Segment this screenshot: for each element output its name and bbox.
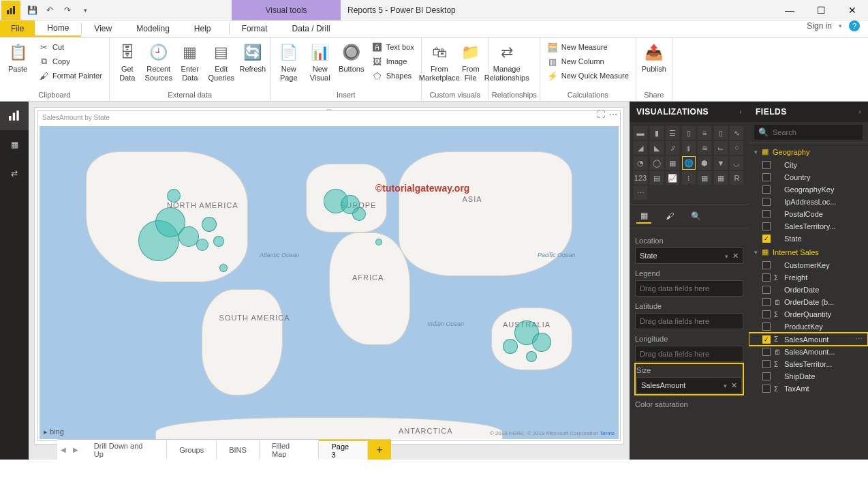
- viz-treemap[interactable]: ▦: [666, 156, 679, 170]
- remove-location-icon[interactable]: ✕: [732, 252, 739, 260]
- paste-button[interactable]: 📋 Paste: [3, 39, 33, 76]
- table-geography[interactable]: ▾▦Geography: [749, 145, 868, 159]
- page-tab-page3[interactable]: Page 3: [319, 440, 368, 460]
- viz-filled-map[interactable]: ⬢: [698, 156, 711, 170]
- help-tab[interactable]: Help: [182, 20, 223, 37]
- viz-stacked-column[interactable]: ▮: [650, 126, 664, 140]
- redo-icon[interactable]: ↷: [60, 3, 75, 18]
- field-orderdate-b[interactable]: 🗓OrderDate (b...: [749, 296, 868, 308]
- chevron-down-icon[interactable]: ▾: [839, 22, 842, 29]
- chevron-right-icon[interactable]: ›: [859, 108, 862, 115]
- maximize-button[interactable]: ☐: [805, 0, 837, 20]
- cut-button[interactable]: ✂Cut: [35, 40, 105, 54]
- legend-well[interactable]: Drag data fields here: [635, 280, 743, 297]
- viz-line[interactable]: ∿: [730, 126, 743, 140]
- field-salesterritor[interactable]: ΣSalesTerritor...: [749, 358, 868, 370]
- viz-more[interactable]: ⋯: [634, 186, 647, 200]
- viz-ribbon[interactable]: ≋: [698, 141, 711, 155]
- map-bubble[interactable]: [213, 236, 224, 247]
- field-geographykey[interactable]: GeographyKey: [749, 183, 868, 196]
- text-box-button[interactable]: 🅰Text box: [369, 40, 417, 54]
- page-tab-groups[interactable]: Groups: [167, 440, 217, 460]
- more-options-icon[interactable]: ⋯: [609, 110, 617, 119]
- size-well[interactable]: SalesAmount▾✕: [636, 377, 742, 393]
- viz-gauge[interactable]: ◡: [730, 156, 743, 170]
- enter-data-button[interactable]: ▦Enter Data: [175, 39, 205, 85]
- edit-queries-button[interactable]: ▤Edit Queries: [206, 39, 236, 85]
- table-internet-sales[interactable]: ▾▦Internet Sales: [749, 245, 868, 259]
- longitude-well[interactable]: Drag data fields here: [635, 346, 743, 362]
- from-file-button[interactable]: 📁From File: [456, 39, 486, 85]
- viz-pie[interactable]: ◔: [634, 156, 647, 170]
- visualizations-header[interactable]: VISUALIZATIONS ›: [630, 102, 749, 122]
- new-visual-button[interactable]: 📊New Visual: [305, 39, 335, 85]
- new-measure-button[interactable]: 🧮New Measure: [544, 40, 632, 54]
- page-tab-bins[interactable]: BINS: [217, 440, 260, 460]
- analytics-tab-icon[interactable]: 🔍: [688, 209, 703, 224]
- shapes-button[interactable]: ⬠Shapes: [369, 69, 417, 82]
- format-tab-icon[interactable]: 🖌: [662, 209, 677, 224]
- minimize-button[interactable]: —: [774, 0, 805, 20]
- manage-relationships-button[interactable]: ⇄Manage Relationships: [492, 39, 522, 85]
- viz-map[interactable]: 🌐: [682, 156, 696, 170]
- map-visual[interactable]: ⛶ ⋯ SalesAmount by State NORTH AMERICA S…: [37, 110, 621, 441]
- viz-slicer[interactable]: ⫶: [682, 171, 696, 185]
- file-menu[interactable]: File: [0, 20, 35, 37]
- viz-multi-card[interactable]: ▤: [650, 171, 664, 185]
- save-icon[interactable]: 💾: [25, 3, 40, 18]
- new-quick-measure-button[interactable]: ⚡New Quick Measure: [544, 69, 632, 82]
- qat-dropdown-icon[interactable]: ▾: [78, 3, 93, 18]
- viz-100-bar[interactable]: ≡: [698, 126, 711, 140]
- viz-clustered-bar[interactable]: ☰: [666, 126, 679, 140]
- field-orderdate[interactable]: OrderDate: [749, 284, 868, 296]
- view-tab[interactable]: View: [82, 20, 124, 37]
- focus-mode-icon[interactable]: ⛶: [597, 110, 605, 119]
- location-well[interactable]: State▾✕: [635, 247, 743, 264]
- field-ipaddress[interactable]: IpAddressLoc...: [749, 196, 868, 208]
- fields-header[interactable]: FIELDS ›: [749, 102, 868, 122]
- latitude-well[interactable]: Drag data fields here: [635, 313, 743, 329]
- viz-area[interactable]: ◢: [634, 141, 647, 155]
- page-tab-filledmap[interactable]: Filled Map: [260, 440, 320, 460]
- terms-link[interactable]: Terms: [600, 430, 615, 436]
- field-salesamount[interactable]: ✓ΣSalesAmount⋯: [749, 333, 868, 346]
- search-input[interactable]: [773, 128, 867, 136]
- model-view-button[interactable]: ⇄: [0, 159, 29, 188]
- from-marketplace-button[interactable]: 🛍From Marketplace: [424, 39, 454, 85]
- viz-line-column[interactable]: ⫽: [666, 141, 679, 155]
- report-canvas[interactable]: ═ ⛶ ⋯ SalesAmount by State NO: [34, 107, 624, 445]
- viz-stacked-bar[interactable]: ▬: [634, 126, 647, 140]
- map-bubble[interactable]: [219, 264, 228, 272]
- fields-tab-icon[interactable]: ▦: [636, 209, 651, 224]
- field-salesterritory[interactable]: SalesTerritory...: [749, 220, 868, 232]
- undo-icon[interactable]: ↶: [42, 3, 57, 18]
- publish-button[interactable]: 📤Publish: [639, 39, 669, 76]
- new-page-button[interactable]: 📄New Page: [274, 39, 304, 85]
- page-prev-button[interactable]: ◀: [57, 440, 69, 460]
- data-view-button[interactable]: ▦: [0, 130, 29, 159]
- field-shipdate[interactable]: ShipDate: [749, 370, 868, 382]
- add-page-button[interactable]: +: [368, 440, 391, 460]
- recent-sources-button[interactable]: 🕘Recent Sources: [144, 39, 174, 85]
- home-tab[interactable]: Home: [35, 20, 81, 37]
- viz-funnel[interactable]: ▼: [714, 156, 728, 170]
- image-button[interactable]: 🖼Image: [369, 55, 417, 68]
- map-bubble[interactable]: [532, 333, 551, 352]
- signin-link[interactable]: Sign in: [807, 21, 832, 31]
- page-tab-drilldown[interactable]: Drill Down and Up: [82, 440, 167, 460]
- field-country[interactable]: Country: [749, 171, 868, 183]
- viz-100-column[interactable]: ▯: [714, 126, 728, 140]
- viz-kpi[interactable]: 📈: [666, 171, 679, 185]
- viz-donut[interactable]: ◯: [650, 156, 664, 170]
- buttons-button[interactable]: 🔘Buttons: [337, 39, 367, 76]
- map-bubble[interactable]: [167, 189, 181, 202]
- new-column-button[interactable]: ▥New Column: [544, 55, 632, 68]
- close-button[interactable]: ✕: [837, 0, 868, 20]
- map-area[interactable]: NORTH AMERICA SOUTH AMERICA EUROPE AFRIC…: [40, 126, 619, 439]
- field-state[interactable]: ✓State: [749, 232, 868, 245]
- field-city[interactable]: City: [749, 159, 868, 171]
- viz-clustered-column[interactable]: ▯: [682, 126, 696, 140]
- viz-line-clustered[interactable]: ⫼: [682, 141, 696, 155]
- viz-waterfall[interactable]: ⌙: [714, 141, 728, 155]
- format-tab[interactable]: Format: [230, 20, 280, 37]
